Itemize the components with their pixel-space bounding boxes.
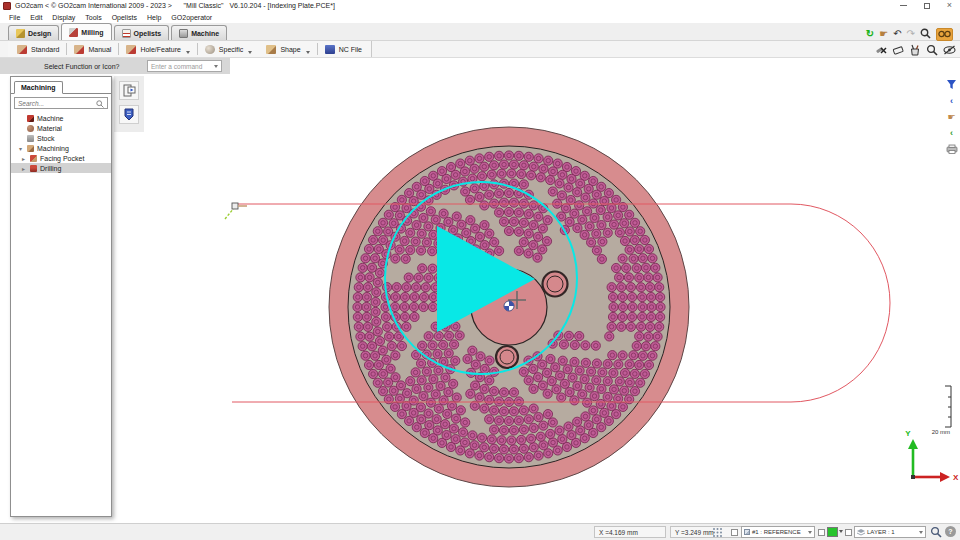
design-pencil-icon — [16, 29, 25, 38]
zoom-search-icon[interactable] — [920, 25, 931, 43]
tab-row: Design Milling Opelists Machine — [0, 23, 960, 41]
delete-operation-icon[interactable] — [875, 42, 887, 60]
filter-icon[interactable] — [945, 78, 959, 91]
grab-hand-icon[interactable]: ☛ — [945, 110, 959, 123]
tab-design[interactable]: Design — [8, 25, 59, 40]
pencil-cup-icon[interactable] — [909, 42, 921, 60]
active-color-swatch[interactable] — [827, 527, 838, 537]
view-toolbar: ↻ ☛ ↶ ↷ — [866, 25, 953, 43]
menu-opelists[interactable]: Opelists — [107, 14, 142, 21]
collapse-left-blue-icon[interactable]: ‹ — [945, 94, 959, 107]
standard-tool-icon — [17, 45, 27, 54]
tree-item-machine[interactable]: Machine — [11, 113, 111, 123]
facing-pocket-icon — [30, 155, 37, 162]
layer-checkbox[interactable] — [845, 529, 852, 536]
grid-snap-icon[interactable] — [712, 527, 723, 539]
close-button[interactable]: × — [947, 2, 952, 9]
tab-machine[interactable]: Machine — [171, 25, 227, 40]
manual-tool-icon — [74, 45, 84, 54]
cursor-x-coordinate: X =4.169 mm — [594, 526, 666, 538]
reference-combobox[interactable]: #1 : REFERENCE — [741, 526, 815, 538]
shape-button[interactable]: Shape — [259, 42, 316, 56]
machining-tree: Machine Material Stock ▾ Machining ▸ Fac… — [11, 113, 111, 173]
redo-icon[interactable]: ↷ — [907, 28, 915, 40]
menu-help[interactable]: Help — [142, 14, 166, 21]
undo-icon[interactable]: ↶ — [893, 28, 901, 40]
svg-text:20 mm: 20 mm — [932, 429, 950, 435]
menubar: File Edit Display Tools Opelists Help GO… — [0, 11, 960, 23]
tab-opelists[interactable]: Opelists — [114, 25, 170, 40]
zoom-layer-icon[interactable] — [930, 526, 942, 539]
layer-stack-icon — [857, 529, 865, 536]
chevron-down-icon — [186, 51, 190, 54]
simulation-button[interactable] — [119, 81, 139, 100]
specific-icon — [205, 45, 215, 54]
nc-shield-button[interactable] — [119, 105, 139, 124]
refresh-icon[interactable]: ↻ — [866, 28, 874, 40]
nc-file-button[interactable]: NC File — [318, 42, 369, 56]
view-glasses-button[interactable] — [936, 28, 953, 41]
menu-go2operator[interactable]: GO2operator — [166, 14, 217, 21]
search-box[interactable] — [14, 97, 108, 109]
collapse-left-green-icon[interactable]: ‹ — [945, 126, 959, 139]
svg-text:X: X — [953, 473, 959, 482]
help-button[interactable]: ? — [945, 526, 956, 537]
menu-display[interactable]: Display — [47, 14, 80, 21]
pan-hand-icon[interactable]: ☛ — [879, 28, 888, 40]
command-placeholder: Enter a command — [151, 63, 202, 70]
hole-feature-icon — [126, 45, 136, 54]
chevron-down-icon — [919, 531, 923, 534]
manual-button[interactable]: Manual — [67, 42, 118, 56]
minimize-button[interactable] — [900, 5, 907, 6]
menu-tools[interactable]: Tools — [80, 14, 106, 21]
titlebar: GO2cam < © GO2cam International 2009 - 2… — [0, 0, 960, 11]
right-toolbar: ‹ ☛ ‹ — [944, 78, 959, 155]
svg-text:Y: Y — [905, 429, 911, 438]
chevron-down-icon — [808, 531, 812, 534]
tab-milling[interactable]: Milling — [61, 23, 111, 40]
color-checkbox[interactable] — [818, 529, 825, 536]
eraser-icon[interactable] — [892, 42, 904, 60]
tree-item-machining[interactable]: ▾ Machining — [11, 143, 111, 153]
chevron-down-icon — [214, 65, 218, 68]
tree-item-stock[interactable]: Stock — [11, 133, 111, 143]
tree-expanded-icon[interactable]: ▾ — [19, 145, 24, 152]
shape-icon — [266, 45, 276, 54]
tree-collapsed-icon[interactable]: ▸ — [22, 155, 27, 162]
command-combobox[interactable]: Enter a command — [147, 60, 222, 72]
stock-icon — [27, 135, 34, 142]
edit-toolbar — [875, 42, 956, 60]
menu-edit[interactable]: Edit — [25, 14, 47, 21]
specific-button[interactable]: Specific — [198, 42, 260, 56]
nc-file-icon — [325, 45, 335, 54]
panel-side-strip — [114, 76, 144, 132]
maximize-button[interactable] — [924, 3, 930, 9]
drilling-icon — [30, 165, 37, 172]
menu-file[interactable]: File — [4, 14, 25, 21]
layer-combobox[interactable]: LAYER : 1 — [854, 526, 926, 538]
viewport-canvas[interactable]: XY20 mm — [0, 0, 960, 540]
standard-button[interactable]: Standard — [10, 42, 66, 56]
machine-icon — [27, 115, 34, 122]
zoom-element-icon[interactable] — [926, 42, 938, 60]
tree-item-drilling[interactable]: ▸ Drilling — [11, 163, 111, 173]
reference-checkbox[interactable] — [731, 529, 738, 536]
chevron-down-icon[interactable] — [839, 530, 843, 533]
chevron-down-icon — [306, 51, 310, 54]
statusbar: X =4.169 mm Y =3.249 mm #1 : REFERENCE L… — [0, 523, 960, 540]
prompt-label: Select Function or Icon? — [44, 63, 120, 70]
tree-item-material[interactable]: Material — [11, 123, 111, 133]
search-input[interactable] — [18, 100, 96, 107]
hide-element-icon[interactable] — [943, 42, 956, 60]
hole-feature-button[interactable]: Hole/Feature — [119, 42, 196, 56]
ribbon: Standard Manual Hole/Feature Specific Sh… — [0, 41, 960, 58]
chevron-down-icon — [248, 51, 252, 54]
machining-tab[interactable]: Machining — [14, 81, 63, 94]
machining-panel: Machining Machine Material Stock ▾ Machi… — [10, 76, 112, 517]
tree-item-facing-pocket[interactable]: ▸ Facing Pocket — [11, 153, 111, 163]
printer-icon[interactable] — [945, 142, 959, 155]
tree-collapsed-icon[interactable]: ▸ — [22, 165, 27, 172]
search-icon — [96, 94, 104, 112]
material-icon — [27, 125, 34, 132]
opelists-list-icon — [122, 29, 131, 38]
